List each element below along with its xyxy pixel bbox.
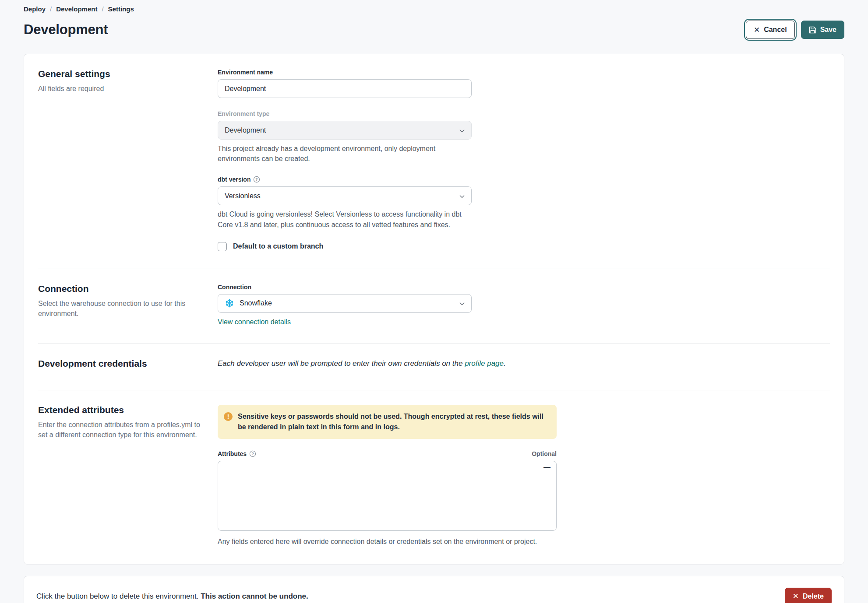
dbt-version-label-text: dbt version [218,176,251,183]
profile-page-link[interactable]: profile page [465,359,504,368]
danger-text: Click the button below to delete this en… [36,592,308,601]
chevron-down-icon [459,299,465,307]
warning-text: Sensitive keys or passwords should not b… [238,411,548,432]
svg-text:?: ? [251,452,254,456]
optional-badge: Optional [532,450,557,457]
connection-heading-block: Connection Select the warehouse connecti… [38,284,218,326]
environment-type-select: Development [218,121,472,140]
general-settings-subheading: All fields are required [38,84,200,94]
help-icon[interactable]: ? [249,450,256,457]
general-settings-section: General settings All fields are required… [38,54,830,269]
credentials-heading-block: Development credentials [38,358,218,369]
attributes-helper: Any fields entered here will override co… [218,536,557,547]
page-title: Development [24,22,108,38]
extended-attributes-fields: ! Sensitive keys or passwords should not… [218,405,557,547]
extended-attributes-subheading: Enter the connection attributes from a p… [38,420,200,440]
breadcrumb: Deploy / Development / Settings [24,4,844,13]
chevron-down-icon [459,192,465,200]
attributes-label-text: Attributes [218,450,247,457]
close-icon: ✕ [754,26,760,34]
connection-subheading: Select the warehouse connection to use f… [38,298,200,319]
save-button[interactable]: Save [801,21,844,39]
connection-select-value-wrap: Snowflake [225,298,272,308]
connection-heading: Connection [38,284,218,294]
breadcrumb-settings: Settings [108,5,134,13]
warning-icon: ! [224,412,233,421]
attributes-label-row: Attributes ? Optional [218,450,557,457]
chevron-down-icon [459,126,465,134]
general-settings-heading-block: General settings All fields are required [38,69,218,251]
dbt-version-select[interactable]: Versionless [218,186,472,205]
custom-branch-checkbox-row[interactable]: Default to a custom branch [218,242,472,251]
danger-text-normal: Click the button below to delete this en… [36,592,201,600]
environment-name-input[interactable] [218,79,472,98]
credentials-text-after: . [504,359,506,368]
custom-branch-label: Default to a custom branch [233,242,323,250]
dbt-version-value: Versionless [225,192,261,200]
environment-type-label: Environment type [218,110,472,117]
page-header: Development ✕ Cancel Save [24,21,844,39]
warning-banner: ! Sensitive keys or passwords should not… [218,405,557,439]
attributes-label: Attributes ? [218,450,256,457]
credentials-text-before: Each developer user will be prompted to … [218,359,465,368]
cancel-button[interactable]: ✕ Cancel [746,21,795,39]
help-icon[interactable]: ? [253,176,260,183]
danger-zone-card: Click the button below to delete this en… [24,576,844,603]
settings-card: General settings All fields are required… [24,54,844,564]
cancel-button-label: Cancel [764,26,787,34]
attributes-textarea[interactable] [218,461,557,531]
breadcrumb-separator: / [50,5,52,13]
dbt-version-helper: dbt Cloud is going versionless! Select V… [218,209,472,229]
svg-text:?: ? [256,178,258,182]
connection-field-label: Connection [218,284,472,291]
attributes-editor-wrap: — [218,461,557,533]
extended-attributes-heading: Extended attributes [38,405,218,415]
breadcrumb-development[interactable]: Development [56,5,97,13]
delete-button-label: Delete [803,592,824,600]
custom-branch-checkbox[interactable] [218,242,227,251]
extended-attributes-section: Extended attributes Enter the connection… [38,390,830,564]
environment-name-label: Environment name [218,69,472,76]
connection-select[interactable]: Snowflake [218,294,472,313]
development-credentials-section: Development credentials Each developer u… [38,344,830,390]
danger-text-bold: This action cannot be undone. [201,592,308,600]
connection-section: Connection Select the warehouse connecti… [38,269,830,344]
header-actions: ✕ Cancel Save [744,21,844,39]
environment-type-value: Development [225,126,266,134]
dbt-version-label: dbt version ? [218,176,472,183]
credentials-text: Each developer user will be prompted to … [218,358,830,369]
save-button-label: Save [820,26,836,34]
extended-attributes-heading-block: Extended attributes Enter the connection… [38,405,218,547]
connection-value: Snowflake [240,299,272,307]
general-settings-heading: General settings [38,69,218,79]
breadcrumb-deploy[interactable]: Deploy [24,5,46,13]
connection-fields: Connection Snowflake [218,284,472,326]
snowflake-icon [225,298,234,308]
environment-type-helper: This project already has a development e… [218,144,472,164]
environment-settings-page: Deploy / Development / Settings Developm… [0,0,868,603]
general-settings-fields: Environment name Environment type Develo… [218,69,472,251]
collapse-icon[interactable]: — [543,464,550,471]
breadcrumb-separator: / [102,5,103,13]
save-icon [809,26,816,34]
development-credentials-heading: Development credentials [38,358,218,369]
delete-button[interactable]: ✕ Delete [785,588,832,603]
view-connection-details-link[interactable]: View connection details [218,318,291,326]
close-icon: ✕ [793,592,799,600]
